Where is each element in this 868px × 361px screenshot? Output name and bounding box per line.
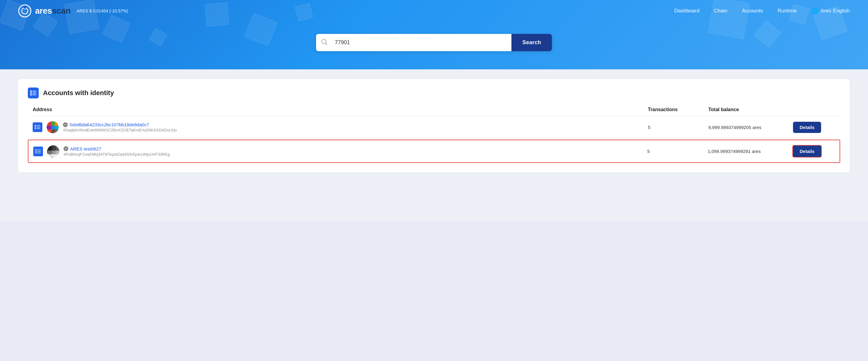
price-badge: ARES $ 0.01454 (-10.57%) <box>76 8 128 13</box>
nav-runtime[interactable]: Runtime <box>778 8 797 14</box>
table-header: Address Transactions Total balance <box>28 107 840 116</box>
nav-accounts[interactable]: Accounts <box>742 8 763 14</box>
nav-dashboard[interactable]: Dashboard <box>674 8 699 14</box>
svg-rect-12 <box>35 125 36 126</box>
svg-rect-22 <box>37 151 41 152</box>
details-button-1[interactable]: Details <box>793 122 821 133</box>
identicon-1 <box>46 121 59 133</box>
svg-rect-23 <box>37 152 41 153</box>
table-row: − 0xbd6da64233cc2bc107bb18de8da0c7 4Saqf… <box>28 116 840 138</box>
address-cell-1: − 0xbd6da64233cc2bc107bb18de8da0c7 4Saqf… <box>33 121 648 133</box>
svg-rect-14 <box>35 128 36 129</box>
logo-area: aresscan ARES $ 0.01454 (-10.57%) <box>18 4 128 18</box>
svg-rect-7 <box>30 92 32 93</box>
svg-line-5 <box>326 43 327 45</box>
search-bar: Search <box>316 34 552 51</box>
row-icon-1 <box>33 122 42 132</box>
hero-section: Search <box>0 22 868 70</box>
svg-rect-11 <box>32 94 36 95</box>
card-title: Accounts with identity <box>43 89 114 97</box>
transactions-1: 5 <box>648 125 708 130</box>
svg-rect-17 <box>37 129 40 129</box>
balance-2: 1,099.999374999281 ares <box>708 149 793 154</box>
header-top: aresscan ARES $ 0.01454 (-10.57%) Dashbo… <box>0 0 868 22</box>
nav-chain[interactable]: Chain <box>714 8 727 14</box>
header: aresscan ARES $ 0.01454 (-10.57%) Dashbo… <box>0 0 868 70</box>
col-actions <box>793 107 835 112</box>
svg-rect-19 <box>35 151 37 152</box>
details-button-2[interactable]: Details <box>793 145 822 158</box>
address-main-2: − ARES test0627 <box>63 146 170 151</box>
balance-1: 9,999.999374999205 ares <box>708 125 793 130</box>
search-icon <box>316 38 332 47</box>
svg-rect-8 <box>30 94 32 95</box>
svg-rect-10 <box>32 93 36 93</box>
nav-ares-label: Ares <box>820 8 831 14</box>
identicon-2 <box>47 145 59 158</box>
col-transactions: Transactions <box>648 107 708 112</box>
address-info-1: − 0xbd6da64233cc2bc107bb18de8da0c7 4Saqf… <box>63 122 177 132</box>
search-input[interactable] <box>332 34 512 51</box>
transactions-2: 5 <box>647 149 708 154</box>
nav-ares-lang[interactable]: 🌐 Ares English <box>811 7 850 15</box>
search-button[interactable]: Search <box>512 34 552 51</box>
actions-2: Details <box>793 145 835 158</box>
row-icon-2 <box>33 146 43 156</box>
address-sub-2: 4PsBNvqF1vwEMhj34TtFSqx6Zq4dS5rEjok1dNp1… <box>63 152 170 157</box>
svg-rect-9 <box>32 91 36 91</box>
nav-language-label: English <box>833 8 850 14</box>
logo-text: aresscan <box>35 6 70 16</box>
svg-rect-20 <box>35 152 37 153</box>
actions-1: Details <box>793 122 835 133</box>
col-balance: Total balance <box>708 107 793 112</box>
main-nav: Dashboard Chain Accounts Runtime 🌐 Ares … <box>674 7 850 15</box>
globe-icon: 🌐 <box>811 7 819 15</box>
address-cell-2: − ARES test0627 4PsBNvqF1vwEMhj34TtFSqx6… <box>33 145 647 158</box>
svg-rect-18 <box>35 149 37 150</box>
svg-rect-15 <box>37 126 40 126</box>
minus-badge-2: − <box>63 146 68 151</box>
card-title-row: Accounts with identity <box>28 87 840 99</box>
address-main-1: − 0xbd6da64233cc2bc107bb18de8da0c7 <box>63 122 177 127</box>
svg-rect-16 <box>37 127 40 128</box>
address-sub-1: 4SaqfpkVNvdEstHNWW1C2BmCDJETaKmEAd26KSXD… <box>63 128 177 132</box>
table-row-highlighted: − ARES test0627 4PsBNvqF1vwEMhj34TtFSqx6… <box>28 140 840 163</box>
minus-badge-1: − <box>63 122 68 127</box>
accounts-card: Accounts with identity Address Transacti… <box>18 79 850 173</box>
address-info-2: − ARES test0627 4PsBNvqF1vwEMhj34TtFSqx6… <box>63 146 170 157</box>
accounts-icon <box>28 87 39 99</box>
svg-rect-6 <box>30 90 32 92</box>
logo-icon <box>18 4 31 18</box>
svg-rect-13 <box>35 127 36 128</box>
content-area: Accounts with identity Address Transacti… <box>0 70 868 221</box>
col-address: Address <box>33 107 648 112</box>
svg-point-2 <box>24 6 26 8</box>
svg-rect-21 <box>37 149 41 150</box>
